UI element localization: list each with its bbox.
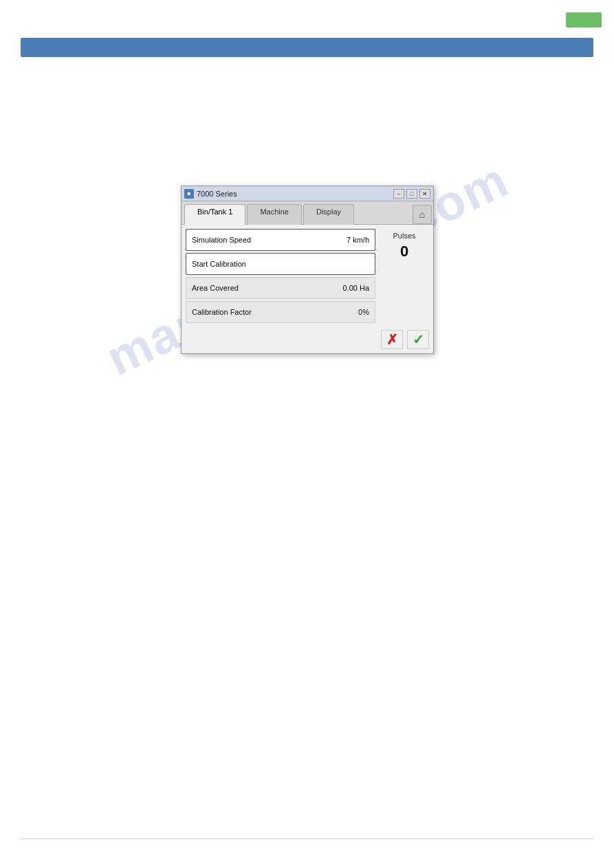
- pulses-value: 0: [400, 243, 408, 260]
- dialog-titlebar: ■ 7000 Series − □ ✕: [182, 186, 433, 201]
- close-button[interactable]: ✕: [419, 189, 430, 199]
- app-icon: ■: [184, 189, 194, 199]
- minimize-button[interactable]: −: [393, 189, 404, 199]
- ok-icon: ✓: [413, 333, 424, 346]
- tab-machine[interactable]: Machine: [247, 204, 302, 225]
- dialog-bottom-buttons: ✗ ✓: [182, 327, 433, 353]
- ok-button[interactable]: ✓: [407, 330, 429, 349]
- tab-display[interactable]: Display: [303, 204, 354, 225]
- dialog-left-panel: Simulation Speed 7 km/h Start Calibratio…: [186, 229, 375, 323]
- dialog-title-left: ■ 7000 Series: [184, 189, 237, 199]
- header-bar: [21, 38, 593, 57]
- cancel-button[interactable]: ✗: [381, 330, 403, 349]
- start-calibration-row[interactable]: Start Calibration: [186, 253, 375, 275]
- dialog-title-text: 7000 Series: [197, 190, 237, 198]
- maximize-button[interactable]: □: [406, 189, 417, 199]
- area-covered-value: 0.00 Ha: [342, 284, 369, 292]
- simulation-speed-value: 7 km/h: [347, 236, 369, 244]
- pulses-label: Pulses: [393, 232, 415, 240]
- cancel-icon: ✗: [386, 333, 398, 346]
- dialog-right-panel: Pulses 0: [380, 229, 429, 323]
- dialog-window: ■ 7000 Series − □ ✕ Bin/Tank 1 Machine D…: [181, 186, 434, 354]
- dialog-tabs: Bin/Tank 1 Machine Display ⌂: [182, 201, 433, 225]
- calibration-factor-value: 0%: [358, 308, 369, 316]
- area-covered-label: Area Covered: [192, 284, 342, 292]
- start-calibration-label: Start Calibration: [192, 260, 369, 268]
- dialog-title-controls: − □ ✕: [393, 189, 430, 199]
- dialog-content: Simulation Speed 7 km/h Start Calibratio…: [182, 225, 433, 327]
- home-button[interactable]: ⌂: [413, 205, 432, 224]
- top-green-button[interactable]: [566, 12, 602, 27]
- top-bar: [566, 12, 602, 30]
- area-covered-row: Area Covered 0.00 Ha: [186, 277, 375, 299]
- bottom-separator: [21, 838, 593, 839]
- calibration-factor-row: Calibration Factor 0%: [186, 301, 375, 323]
- simulation-speed-label: Simulation Speed: [192, 236, 347, 244]
- tab-bin-tank[interactable]: Bin/Tank 1: [184, 204, 245, 225]
- simulation-speed-row: Simulation Speed 7 km/h: [186, 229, 375, 251]
- calibration-factor-label: Calibration Factor: [192, 308, 358, 316]
